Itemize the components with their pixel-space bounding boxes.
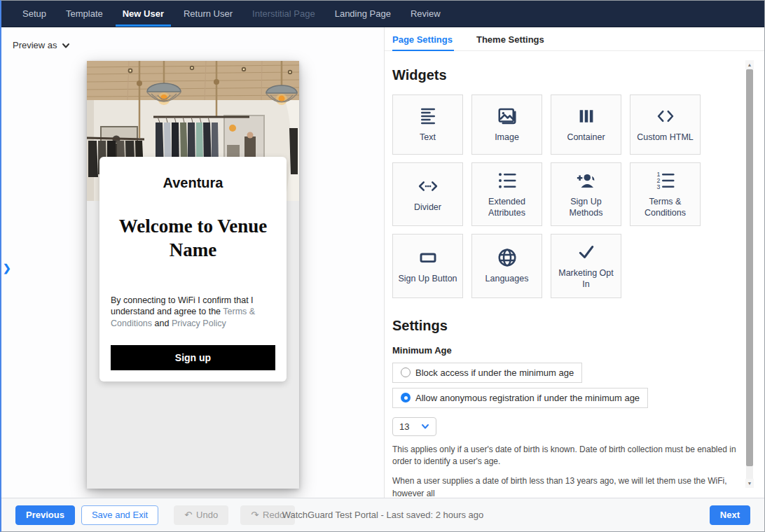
tab-setup[interactable]: Setup (13, 1, 56, 27)
wizard-step-nav: Setup Template New User Return User Inte… (1, 1, 764, 27)
widget-terms-conditions[interactable]: 1 2 3 Terms & Conditions (630, 162, 701, 226)
settings-tab-bar: Page Settings Theme Settings (385, 27, 764, 51)
preview-panel: Preview as ❯ (1, 27, 384, 498)
widget-custom-html[interactable]: Custom HTML (630, 94, 701, 155)
minimum-age-select[interactable]: 13 (392, 417, 436, 436)
consent-paragraph: By connecting to WiFi I confirm that I u… (111, 295, 275, 330)
widget-label: Terms & Conditions (635, 197, 696, 218)
signup-button[interactable]: Sign up (111, 345, 275, 370)
previous-button[interactable]: Previous (15, 505, 75, 525)
settings-panel: Page Settings Theme Settings Widgets Tex… (384, 27, 764, 498)
signup-card: Aventura Welcome to Venue Name By connec… (99, 157, 287, 382)
redo-icon: ↷ (251, 510, 259, 520)
phone-preview: Aventura Welcome to Venue Name By connec… (87, 61, 299, 489)
next-button[interactable]: Next (710, 505, 750, 525)
radio-allow-anonymous[interactable]: Allow anonymous registration if under th… (392, 388, 648, 408)
tab-label: Setup (22, 8, 46, 19)
save-and-exit-button[interactable]: Save and Exit (81, 505, 158, 525)
widget-image[interactable]: Image (471, 94, 542, 155)
add-user-icon (576, 170, 597, 191)
age-value: 13 (399, 421, 409, 432)
tab-label: Review (411, 8, 441, 19)
image-icon (497, 106, 518, 127)
tab-label: Template (66, 8, 103, 19)
widget-grid: Text Image Container (392, 94, 745, 298)
scroll-down-arrow-icon[interactable]: ▼ (745, 479, 754, 488)
radio-selected-icon[interactable] (401, 393, 411, 402)
widgets-heading: Widgets (392, 67, 745, 83)
tab-label: New User (123, 8, 164, 19)
redo-label: Redo (263, 510, 284, 520)
container-columns-icon (576, 106, 597, 127)
expand-panel-chevron-icon[interactable]: ❯ (3, 261, 13, 275)
widget-label: Sign Up Methods (556, 197, 616, 218)
tab-label: Landing Page (335, 8, 391, 19)
undo-button[interactable]: ↶ Undo (174, 505, 228, 525)
preview-as-label: Preview as (13, 40, 57, 50)
widget-label: Languages (485, 274, 529, 285)
tab-label: Return User (184, 8, 233, 19)
portal-editor-window: Setup Template New User Return User Inte… (0, 0, 765, 532)
tab-template[interactable]: Template (56, 1, 113, 27)
tab-label: Page Settings (392, 34, 453, 45)
checkmark-icon (576, 241, 597, 262)
welcome-headline: Welcome to Venue Name (112, 215, 274, 262)
tab-label: Interstitial Page (252, 8, 315, 19)
last-saved-status: WatchGuard Test Portal - Last saved: 2 h… (282, 510, 484, 520)
bullet-list-icon (497, 170, 518, 191)
radio-unselected-icon[interactable] (401, 368, 411, 377)
minimum-age-label: Minimum Age (392, 345, 745, 356)
age-note-2: When a user supplies a date of birth les… (392, 475, 745, 498)
widget-languages[interactable]: Languages (471, 234, 542, 298)
divider-icon (418, 176, 439, 197)
undo-label: Undo (196, 510, 218, 520)
chevron-down-icon (421, 422, 429, 430)
widget-label: Image (495, 132, 519, 144)
widget-label: Marketing Opt In (556, 268, 616, 290)
widget-text[interactable]: Text (392, 94, 463, 155)
settings-heading: Settings (392, 318, 745, 334)
widget-container[interactable]: Container (551, 94, 621, 155)
tab-theme-settings[interactable]: Theme Settings (476, 27, 553, 50)
widget-label: Sign Up Button (398, 274, 457, 285)
tab-label: Theme Settings (476, 34, 544, 45)
tab-review[interactable]: Review (401, 1, 450, 27)
widget-label: Container (567, 132, 605, 144)
scrollbar-thumb[interactable] (746, 69, 753, 466)
age-note-1: This applies only if a user's date of bi… (392, 444, 745, 468)
settings-scroll-area: Widgets Text (385, 52, 745, 498)
and-text: and (152, 318, 172, 328)
svg-text:3: 3 (656, 183, 660, 190)
button-outline-icon (418, 247, 439, 268)
venue-name-text: Aventura (99, 175, 287, 191)
radio-label: Allow anonymous registration if under th… (415, 393, 640, 403)
numbered-list-icon: 1 2 3 (655, 170, 676, 191)
widget-sign-up-methods[interactable]: Sign Up Methods (551, 162, 621, 226)
widget-label: Custom HTML (637, 132, 694, 144)
widget-extended-attributes[interactable]: Extended Attributes (471, 162, 542, 226)
radio-label: Block access if under the minimum age (415, 368, 574, 378)
tab-landing-page[interactable]: Landing Page (325, 1, 401, 27)
widget-sign-up-button[interactable]: Sign Up Button (392, 234, 463, 298)
undo-icon: ↶ (184, 510, 192, 520)
widget-divider[interactable]: Divider (392, 162, 463, 226)
code-brackets-icon (655, 106, 676, 127)
globe-icon (497, 247, 518, 268)
tab-new-user[interactable]: New User (113, 1, 174, 27)
footer-bar: Previous Save and Exit ↶ Undo ↷ Redo Wat… (1, 498, 764, 531)
text-lines-icon (418, 106, 439, 127)
scroll-up-arrow-icon[interactable]: ▲ (745, 60, 754, 69)
tab-interstitial-page: Interstitial Page (242, 1, 325, 27)
tab-page-settings[interactable]: Page Settings (392, 27, 461, 50)
scrollbar-track[interactable] (746, 69, 753, 479)
scrollbar[interactable]: ▲ ▼ (745, 60, 754, 488)
widget-label: Divider (414, 202, 441, 214)
widget-marketing-opt-in[interactable]: Marketing Opt In (551, 234, 621, 298)
tab-return-user[interactable]: Return User (174, 1, 242, 27)
radio-block-access[interactable]: Block access if under the minimum age (392, 363, 582, 383)
widget-label: Text (420, 132, 436, 144)
preview-as-dropdown[interactable]: Preview as (13, 40, 70, 50)
chevron-down-icon (62, 41, 70, 50)
privacy-link[interactable]: Privacy Policy (172, 318, 226, 328)
widget-label: Extended Attributes (476, 197, 537, 218)
